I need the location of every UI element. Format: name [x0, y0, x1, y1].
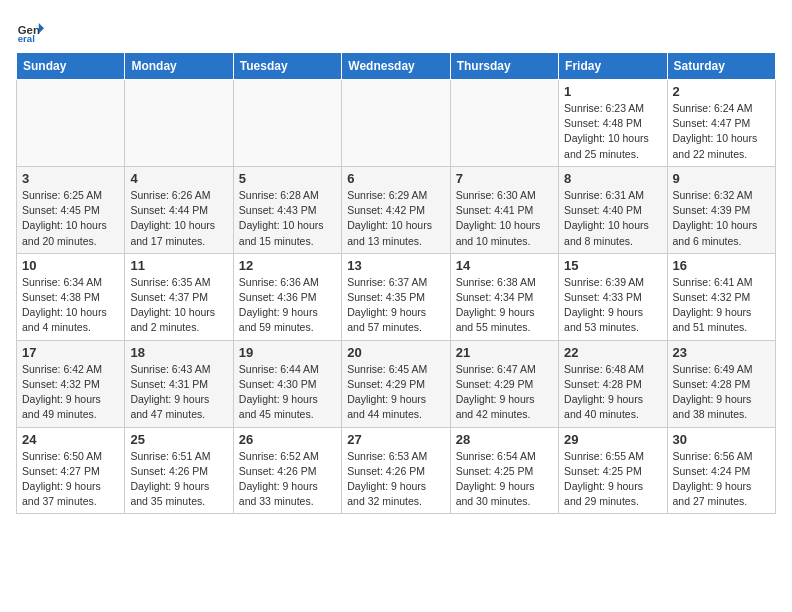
calendar-week-5: 24Sunrise: 6:50 AM Sunset: 4:27 PM Dayli… — [17, 427, 776, 514]
calendar-cell: 9Sunrise: 6:32 AM Sunset: 4:39 PM Daylig… — [667, 166, 775, 253]
day-number: 19 — [239, 345, 336, 360]
calendar-cell: 28Sunrise: 6:54 AM Sunset: 4:25 PM Dayli… — [450, 427, 558, 514]
day-info: Sunrise: 6:43 AM Sunset: 4:31 PM Dayligh… — [130, 362, 227, 423]
calendar-cell: 3Sunrise: 6:25 AM Sunset: 4:45 PM Daylig… — [17, 166, 125, 253]
calendar-cell — [17, 80, 125, 167]
day-info: Sunrise: 6:47 AM Sunset: 4:29 PM Dayligh… — [456, 362, 553, 423]
logo: Gen eral — [16, 16, 48, 44]
day-number: 4 — [130, 171, 227, 186]
day-info: Sunrise: 6:31 AM Sunset: 4:40 PM Dayligh… — [564, 188, 661, 249]
calendar-cell: 13Sunrise: 6:37 AM Sunset: 4:35 PM Dayli… — [342, 253, 450, 340]
calendar-cell: 6Sunrise: 6:29 AM Sunset: 4:42 PM Daylig… — [342, 166, 450, 253]
calendar-cell — [233, 80, 341, 167]
calendar-week-2: 3Sunrise: 6:25 AM Sunset: 4:45 PM Daylig… — [17, 166, 776, 253]
calendar-cell: 29Sunrise: 6:55 AM Sunset: 4:25 PM Dayli… — [559, 427, 667, 514]
calendar-cell: 15Sunrise: 6:39 AM Sunset: 4:33 PM Dayli… — [559, 253, 667, 340]
header-saturday: Saturday — [667, 53, 775, 80]
calendar-week-1: 1Sunrise: 6:23 AM Sunset: 4:48 PM Daylig… — [17, 80, 776, 167]
day-info: Sunrise: 6:55 AM Sunset: 4:25 PM Dayligh… — [564, 449, 661, 510]
header-wednesday: Wednesday — [342, 53, 450, 80]
day-info: Sunrise: 6:42 AM Sunset: 4:32 PM Dayligh… — [22, 362, 119, 423]
svg-marker-2 — [39, 23, 44, 34]
day-info: Sunrise: 6:54 AM Sunset: 4:25 PM Dayligh… — [456, 449, 553, 510]
day-number: 24 — [22, 432, 119, 447]
calendar-cell — [125, 80, 233, 167]
calendar-week-4: 17Sunrise: 6:42 AM Sunset: 4:32 PM Dayli… — [17, 340, 776, 427]
day-number: 9 — [673, 171, 770, 186]
day-info: Sunrise: 6:44 AM Sunset: 4:30 PM Dayligh… — [239, 362, 336, 423]
day-number: 7 — [456, 171, 553, 186]
calendar-cell: 19Sunrise: 6:44 AM Sunset: 4:30 PM Dayli… — [233, 340, 341, 427]
calendar-cell: 4Sunrise: 6:26 AM Sunset: 4:44 PM Daylig… — [125, 166, 233, 253]
day-info: Sunrise: 6:39 AM Sunset: 4:33 PM Dayligh… — [564, 275, 661, 336]
day-info: Sunrise: 6:30 AM Sunset: 4:41 PM Dayligh… — [456, 188, 553, 249]
day-info: Sunrise: 6:34 AM Sunset: 4:38 PM Dayligh… — [22, 275, 119, 336]
page-header: Gen eral — [16, 16, 776, 44]
day-info: Sunrise: 6:53 AM Sunset: 4:26 PM Dayligh… — [347, 449, 444, 510]
logo-icon: Gen eral — [16, 16, 44, 44]
day-info: Sunrise: 6:25 AM Sunset: 4:45 PM Dayligh… — [22, 188, 119, 249]
day-number: 2 — [673, 84, 770, 99]
calendar-cell: 25Sunrise: 6:51 AM Sunset: 4:26 PM Dayli… — [125, 427, 233, 514]
day-number: 22 — [564, 345, 661, 360]
day-number: 6 — [347, 171, 444, 186]
day-number: 29 — [564, 432, 661, 447]
calendar-cell: 26Sunrise: 6:52 AM Sunset: 4:26 PM Dayli… — [233, 427, 341, 514]
day-info: Sunrise: 6:51 AM Sunset: 4:26 PM Dayligh… — [130, 449, 227, 510]
day-info: Sunrise: 6:56 AM Sunset: 4:24 PM Dayligh… — [673, 449, 770, 510]
header-thursday: Thursday — [450, 53, 558, 80]
day-number: 16 — [673, 258, 770, 273]
calendar-cell: 16Sunrise: 6:41 AM Sunset: 4:32 PM Dayli… — [667, 253, 775, 340]
header-sunday: Sunday — [17, 53, 125, 80]
calendar-cell — [450, 80, 558, 167]
day-info: Sunrise: 6:38 AM Sunset: 4:34 PM Dayligh… — [456, 275, 553, 336]
day-number: 17 — [22, 345, 119, 360]
day-number: 12 — [239, 258, 336, 273]
day-info: Sunrise: 6:35 AM Sunset: 4:37 PM Dayligh… — [130, 275, 227, 336]
day-info: Sunrise: 6:29 AM Sunset: 4:42 PM Dayligh… — [347, 188, 444, 249]
header-monday: Monday — [125, 53, 233, 80]
header-friday: Friday — [559, 53, 667, 80]
calendar-cell: 10Sunrise: 6:34 AM Sunset: 4:38 PM Dayli… — [17, 253, 125, 340]
day-number: 25 — [130, 432, 227, 447]
day-info: Sunrise: 6:28 AM Sunset: 4:43 PM Dayligh… — [239, 188, 336, 249]
calendar-cell: 30Sunrise: 6:56 AM Sunset: 4:24 PM Dayli… — [667, 427, 775, 514]
day-number: 23 — [673, 345, 770, 360]
day-info: Sunrise: 6:45 AM Sunset: 4:29 PM Dayligh… — [347, 362, 444, 423]
calendar-cell: 7Sunrise: 6:30 AM Sunset: 4:41 PM Daylig… — [450, 166, 558, 253]
day-number: 30 — [673, 432, 770, 447]
day-number: 14 — [456, 258, 553, 273]
calendar-cell: 21Sunrise: 6:47 AM Sunset: 4:29 PM Dayli… — [450, 340, 558, 427]
day-number: 15 — [564, 258, 661, 273]
day-info: Sunrise: 6:36 AM Sunset: 4:36 PM Dayligh… — [239, 275, 336, 336]
calendar-cell: 12Sunrise: 6:36 AM Sunset: 4:36 PM Dayli… — [233, 253, 341, 340]
day-number: 20 — [347, 345, 444, 360]
day-info: Sunrise: 6:26 AM Sunset: 4:44 PM Dayligh… — [130, 188, 227, 249]
day-info: Sunrise: 6:41 AM Sunset: 4:32 PM Dayligh… — [673, 275, 770, 336]
day-number: 3 — [22, 171, 119, 186]
header-tuesday: Tuesday — [233, 53, 341, 80]
day-number: 5 — [239, 171, 336, 186]
calendar-cell: 24Sunrise: 6:50 AM Sunset: 4:27 PM Dayli… — [17, 427, 125, 514]
day-info: Sunrise: 6:24 AM Sunset: 4:47 PM Dayligh… — [673, 101, 770, 162]
svg-text:eral: eral — [18, 33, 35, 44]
calendar-cell: 1Sunrise: 6:23 AM Sunset: 4:48 PM Daylig… — [559, 80, 667, 167]
day-info: Sunrise: 6:23 AM Sunset: 4:48 PM Dayligh… — [564, 101, 661, 162]
calendar-cell: 23Sunrise: 6:49 AM Sunset: 4:28 PM Dayli… — [667, 340, 775, 427]
calendar-cell: 11Sunrise: 6:35 AM Sunset: 4:37 PM Dayli… — [125, 253, 233, 340]
calendar-cell: 2Sunrise: 6:24 AM Sunset: 4:47 PM Daylig… — [667, 80, 775, 167]
day-number: 11 — [130, 258, 227, 273]
day-number: 18 — [130, 345, 227, 360]
calendar-cell: 27Sunrise: 6:53 AM Sunset: 4:26 PM Dayli… — [342, 427, 450, 514]
day-number: 26 — [239, 432, 336, 447]
calendar-header-row: SundayMondayTuesdayWednesdayThursdayFrid… — [17, 53, 776, 80]
calendar-cell: 17Sunrise: 6:42 AM Sunset: 4:32 PM Dayli… — [17, 340, 125, 427]
day-info: Sunrise: 6:49 AM Sunset: 4:28 PM Dayligh… — [673, 362, 770, 423]
day-info: Sunrise: 6:32 AM Sunset: 4:39 PM Dayligh… — [673, 188, 770, 249]
day-info: Sunrise: 6:37 AM Sunset: 4:35 PM Dayligh… — [347, 275, 444, 336]
day-number: 1 — [564, 84, 661, 99]
calendar-cell: 18Sunrise: 6:43 AM Sunset: 4:31 PM Dayli… — [125, 340, 233, 427]
calendar-table: SundayMondayTuesdayWednesdayThursdayFrid… — [16, 52, 776, 514]
day-info: Sunrise: 6:52 AM Sunset: 4:26 PM Dayligh… — [239, 449, 336, 510]
day-number: 10 — [22, 258, 119, 273]
